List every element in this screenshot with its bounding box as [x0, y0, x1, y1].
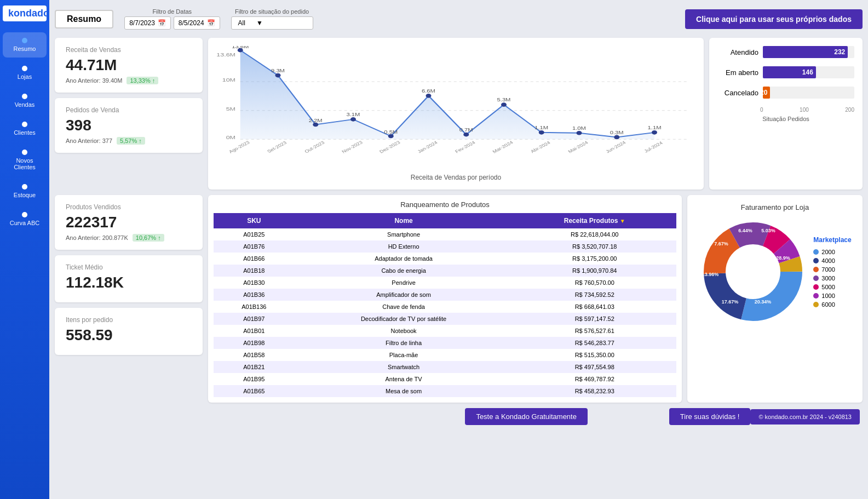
cell-sku: A01B76: [214, 240, 295, 253]
table-row[interactable]: A01B25 Smartphone R$ 22,618,044.00: [214, 228, 676, 240]
sidebar-item-clientes[interactable]: Clientes: [3, 116, 47, 141]
chart-point: [652, 130, 657, 135]
chart-area: [240, 50, 654, 140]
table-row[interactable]: A01B58 Placa-mãe R$ 515,350.00: [214, 349, 676, 361]
cell-nome: Smartwatch: [295, 361, 513, 373]
table-row[interactable]: A01B98 Filtro de linha R$ 546,283.77: [214, 337, 676, 349]
status-filter-select[interactable]: All ▼: [231, 16, 313, 30]
sidebar-dot: [22, 150, 27, 155]
table-row[interactable]: A01B21 Smartwatch R$ 497,554.98: [214, 361, 676, 373]
cell-sku: A01B01: [214, 325, 295, 337]
products-table-panel: Ranqueamento de Produtos SKU Nome Receit…: [208, 195, 682, 403]
table-row[interactable]: A01B97 Decodificador de TV por satélite …: [214, 313, 676, 325]
col-sku: SKU: [214, 213, 295, 228]
sidebar-item-lojas[interactable]: Lojas: [3, 60, 47, 85]
cell-sku: A01B136: [214, 301, 295, 313]
sidebar-dot: [22, 212, 27, 217]
cell-nome: Antena de TV: [295, 373, 513, 385]
donut-center: [727, 245, 779, 298]
legend-dot-5000: [813, 284, 819, 290]
cell-nome: Amplificador de som: [295, 289, 513, 301]
cell-sku: A01B97: [214, 313, 295, 325]
pedidos-value: 398: [66, 117, 192, 134]
legend-item-1000: 1000: [813, 292, 851, 299]
pie-chart-wrapper: 28.9% 20.34% 17.67% 13.96% 7.67% 6.44% 5…: [698, 217, 851, 326]
date-end-input[interactable]: 8/5/2024 📅: [174, 16, 220, 30]
cell-nome: Cabo de energia: [295, 265, 513, 277]
cell-nome: Filtro de linha: [295, 337, 513, 349]
pedidos-badge: 5,57% ↑: [117, 137, 145, 145]
pedidos-label: Pedidos de Venda: [66, 106, 192, 114]
sidebar-item-resumo[interactable]: Resumo: [3, 32, 47, 58]
cell-sku: A01B65: [214, 385, 295, 397]
copyright-label: © kondado.com.br 2024 - v240813: [750, 409, 860, 425]
svg-text:9.3M: 9.3M: [271, 68, 285, 73]
svg-text:3.1M: 3.1M: [347, 112, 360, 117]
sidebar-item-estoque[interactable]: Estoque: [3, 179, 47, 204]
date-filter-label: Filtro de Datas: [153, 8, 192, 15]
produtos-label: Produtos Vendidos: [66, 203, 192, 211]
cta-button[interactable]: Clique aqui para usar seus próprios dado…: [685, 9, 863, 29]
table-row[interactable]: A01B30 Pendrive R$ 760,570.00: [214, 277, 676, 289]
table-row[interactable]: A01B18 Cabo de energia R$ 1,900,970.84: [214, 265, 676, 277]
cell-receita: R$ 3,175,200.00: [513, 253, 676, 265]
cell-sku: A01B95: [214, 373, 295, 385]
cell-sku: A01B66: [214, 253, 295, 265]
status-bar-bg: 20: [763, 87, 854, 99]
svg-text:Mar-2024: Mar-2024: [491, 140, 514, 154]
date-filter-inputs: 8/7/2023 📅 8/5/2024 📅: [124, 16, 220, 30]
table-row[interactable]: A01B136 Chave de fenda R$ 668,641.03: [214, 301, 676, 313]
table-row[interactable]: A01B66 Adaptador de tomada R$ 3,175,200.…: [214, 253, 676, 265]
svg-text:Ago-2023: Ago-2023: [228, 140, 251, 154]
cell-receita: R$ 760,570.00: [513, 277, 676, 289]
svg-text:Mai-2024: Mai-2024: [567, 140, 589, 154]
sidebar-dot: [22, 66, 27, 71]
cell-sku: A01B36: [214, 289, 295, 301]
produtos-vendidos-card: Produtos Vendidos 222317 Ano Anterior: 2…: [55, 195, 203, 250]
col-nome: Nome: [295, 213, 513, 228]
donut-chart: 28.9% 20.34% 17.67% 13.96% 7.67% 6.44% 5…: [698, 217, 808, 326]
table-row[interactable]: A01B95 Antena de TV R$ 469,787.92: [214, 373, 676, 385]
pie-legend-title: Marketplace: [813, 236, 851, 244]
table-row[interactable]: A01B76 HD Externo R$ 3,520,707.18: [214, 240, 676, 253]
receita-value: 44.71M: [66, 56, 192, 74]
legend-dot-6000: [813, 302, 819, 307]
svg-text:1.1M: 1.1M: [648, 125, 662, 130]
cell-receita: R$ 1,900,970.84: [513, 265, 676, 277]
legend-dot-4000: [813, 258, 819, 263]
status-cancelado-label: Cancelado: [717, 89, 758, 97]
pct-label-1000: 6.44%: [739, 228, 753, 233]
date-start-input[interactable]: 8/7/2023 📅: [124, 16, 171, 30]
cell-nome: Pendrive: [295, 277, 513, 289]
svg-text:1.1M: 1.1M: [534, 125, 548, 130]
chevron-down-icon: ▼: [256, 19, 263, 27]
table-row[interactable]: A01B65 Mesa de som R$ 458,232.93: [214, 385, 676, 397]
cell-receita: R$ 546,283.77: [513, 337, 676, 349]
chart-point: [426, 94, 432, 98]
svg-text:Jul-2024: Jul-2024: [643, 140, 664, 153]
legend-item-3000: 3000: [813, 275, 851, 282]
svg-text:6.6M: 6.6M: [422, 88, 435, 93]
svg-text:0.7M: 0.7M: [459, 127, 473, 132]
cell-sku: A01B21: [214, 361, 295, 373]
ticket-value: 112.18K: [66, 274, 192, 291]
test-button[interactable]: Teste a Kondado Gratuitamente: [465, 408, 588, 425]
sidebar-item-vendas[interactable]: Vendas: [3, 88, 47, 113]
help-button[interactable]: Tire suas dúvidas !: [669, 408, 751, 425]
svg-text:13.6M: 13.6M: [216, 52, 235, 58]
sort-icon: ▼: [620, 218, 625, 224]
svg-text:Out-2023: Out-2023: [303, 140, 326, 154]
calendar-icon: 📅: [158, 19, 166, 27]
table-row[interactable]: A01B36 Amplificador de som R$ 734,592.52: [214, 289, 676, 301]
sidebar-item-novos-clientes[interactable]: Novos Clientes: [3, 144, 47, 176]
cell-nome: Placa-mãe: [295, 349, 513, 361]
top-kpi-cards: Receita de Vendas 44.71M Ano Anterior: 3…: [55, 38, 203, 190]
svg-text:Nov-2023: Nov-2023: [341, 140, 364, 154]
sidebar-item-curva-abc[interactable]: Curva ABC: [3, 207, 47, 232]
status-axis: 0 100 200: [717, 107, 854, 113]
cell-nome: Chave de fenda: [295, 301, 513, 313]
status-row-emaberto: Em aberto 146: [717, 66, 854, 78]
table-row[interactable]: A01B01 Notebook R$ 576,527.61: [214, 325, 676, 337]
products-table: SKU Nome Receita Produtos ▼ A01B25 Smart…: [214, 213, 676, 397]
cell-sku: A01B58: [214, 349, 295, 361]
